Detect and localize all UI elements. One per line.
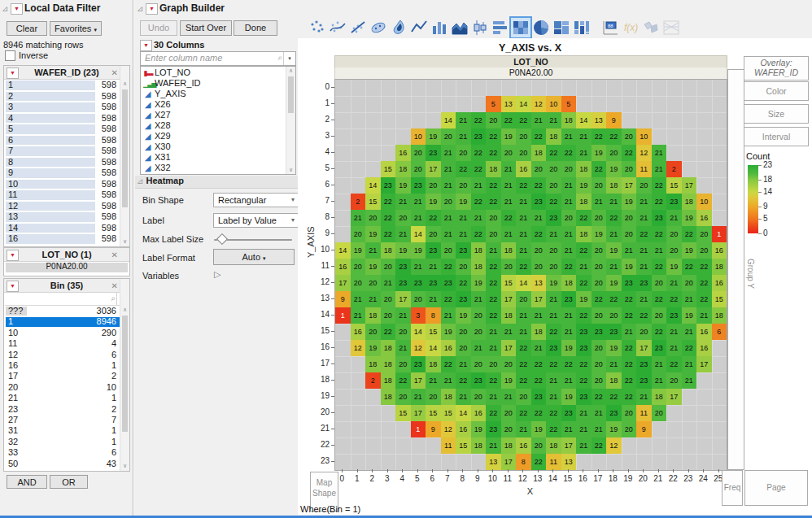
heatmap-cell[interactable]: 22: [652, 194, 667, 210]
scrollbar-thumb[interactable]: [122, 89, 128, 207]
bin-shape-select[interactable]: Rectangular ▾: [213, 193, 299, 207]
heatmap-cell[interactable]: 18: [381, 372, 396, 389]
heatmap-cell[interactable]: 20: [365, 324, 381, 340]
interval-zone[interactable]: Interval: [744, 127, 809, 146]
heatmap-cell[interactable]: 20: [666, 226, 682, 242]
heatmap-cell[interactable]: 22: [486, 372, 501, 389]
freq-zone[interactable]: Freq: [722, 470, 743, 506]
heatmap-cell[interactable]: 1: [411, 421, 426, 437]
size-zone[interactable]: Size: [744, 104, 809, 124]
heatmap-cell[interactable]: 23: [411, 275, 426, 291]
heatmap-cell[interactable]: 2: [666, 161, 682, 177]
heatmap-cell[interactable]: 21: [682, 324, 697, 340]
heatmap-cell[interactable]: 20: [426, 226, 441, 242]
heatmap-cell[interactable]: 23: [576, 389, 592, 405]
heatmap-cell[interactable]: 17: [531, 291, 547, 307]
heatmap-cell[interactable]: 22: [576, 307, 592, 324]
heatmap-cell[interactable]: 20: [441, 242, 456, 259]
heatmap-cell[interactable]: 22: [592, 291, 607, 307]
filter-list-item[interactable]: 6598: [5, 135, 120, 146]
heatmap-cell[interactable]: 20: [592, 307, 607, 324]
heatmap-cell[interactable]: 18: [501, 242, 517, 259]
heatmap-cell[interactable]: 18: [471, 437, 487, 454]
filter-list-item[interactable]: 161: [5, 360, 120, 371]
heatmap-cell[interactable]: 21: [456, 128, 471, 145]
heatmap-cell[interactable]: 18: [365, 356, 381, 372]
line-icon[interactable]: [409, 18, 429, 37]
heatmap-cell[interactable]: 22: [516, 340, 531, 356]
heatmap-cell[interactable]: 11: [636, 161, 652, 177]
heatmap-cell[interactable]: 21: [652, 145, 667, 161]
heatmap-cell[interactable]: 16: [696, 210, 712, 226]
heatmap-cell[interactable]: 21: [426, 259, 441, 275]
column-item-x28[interactable]: ◢X28: [141, 120, 286, 131]
heatmap-cell[interactable]: 21: [561, 372, 577, 389]
heatmap-cell[interactable]: 15: [441, 405, 456, 421]
heatmap-cell[interactable]: 21: [652, 372, 667, 389]
heatmap-cell[interactable]: 21: [696, 307, 712, 324]
heatmap-cell[interactable]: 3: [411, 307, 426, 324]
heatmap-cell[interactable]: 21: [411, 194, 426, 210]
heatmap-cell[interactable]: 21: [426, 372, 441, 389]
heatmap-cell[interactable]: 13: [501, 96, 517, 112]
heatmap-cell[interactable]: 20: [561, 161, 577, 177]
filter-list-item[interactable]: 5043: [5, 459, 120, 469]
heatmap-cell[interactable]: 22: [576, 275, 592, 291]
heatmap-cell[interactable]: 20: [365, 210, 381, 226]
heatmap-cell[interactable]: 21: [666, 275, 682, 291]
heatmap-cell[interactable]: 21: [546, 372, 561, 389]
heatmap-cell[interactable]: 9: [636, 421, 652, 437]
scroll-up-icon[interactable]: ∧: [286, 67, 295, 74]
heatmap-cell[interactable]: 21: [606, 259, 622, 275]
heatmap-cell[interactable]: 19: [606, 275, 622, 291]
heatmap-cell[interactable]: 23: [486, 421, 501, 437]
heatmap-cell[interactable]: 22: [546, 356, 561, 372]
heatmap-cell[interactable]: 19: [561, 389, 577, 405]
heatmap-cell[interactable]: 19: [501, 128, 517, 145]
heatmap-cell[interactable]: 16: [712, 275, 727, 291]
heatmap-cell[interactable]: 22: [561, 356, 577, 372]
heatmap-cell[interactable]: 21: [351, 291, 366, 307]
heatmap-cell[interactable]: 21: [576, 437, 592, 454]
heatmap-cell[interactable]: 13: [486, 454, 501, 470]
heatmap-cell[interactable]: 22: [622, 145, 637, 161]
heatmap-cell[interactable]: 21: [622, 324, 637, 340]
red-triangle-menu-icon[interactable]: ▼: [146, 3, 158, 15]
heatmap-cell[interactable]: 22: [546, 194, 561, 210]
overlay-zone[interactable]: Overlay: WAFER_ID: [744, 56, 809, 81]
heatmap-cell[interactable]: 21: [395, 340, 411, 356]
heatmap-cell[interactable]: 20: [622, 405, 637, 421]
heatmap-cell[interactable]: 20: [606, 145, 622, 161]
filter-list-item[interactable]: 232: [5, 404, 120, 415]
heatmap-cell[interactable]: 16: [335, 259, 351, 275]
heatmap-cell[interactable]: 8: [426, 307, 441, 324]
heatmap-cell[interactable]: 22: [592, 161, 607, 177]
heatmap-cell[interactable]: 20: [652, 405, 667, 421]
heatmap-cell[interactable]: 21: [531, 307, 547, 324]
heatmap-cell[interactable]: 14: [411, 226, 426, 242]
heatmap-cell[interactable]: 20: [411, 145, 426, 161]
heatmap-cell[interactable]: 20: [351, 275, 366, 291]
heatmap-cell[interactable]: 22: [395, 372, 411, 389]
heatmap-cell[interactable]: 23: [592, 324, 607, 340]
parallel-icon[interactable]: [661, 18, 681, 37]
heatmap-cell[interactable]: 5: [561, 96, 577, 112]
heatmap-cell[interactable]: 21: [441, 161, 456, 177]
heatmap-cell[interactable]: 22: [622, 291, 637, 307]
heatmap-section-header[interactable]: ⊿ Heatmap: [135, 176, 298, 189]
heatmap-cell[interactable]: 20: [666, 242, 682, 259]
heatmap-cell[interactable]: 15: [456, 437, 471, 454]
mosaic-icon[interactable]: [572, 18, 592, 37]
heatmap-cell[interactable]: 14: [411, 324, 426, 340]
heatmap-cell[interactable]: 14: [335, 242, 351, 259]
heatmap-cell[interactable]: 22: [682, 259, 697, 275]
heatmap-cell[interactable]: 19: [622, 194, 637, 210]
heatmap-cell[interactable]: 21: [411, 389, 426, 405]
heatmap-cell[interactable]: 15: [666, 177, 682, 194]
heatmap-cell[interactable]: 21: [441, 210, 456, 226]
heatmap-cell[interactable]: 21: [622, 242, 637, 259]
heatmap-cell[interactable]: 22: [606, 291, 622, 307]
heatmap-cell[interactable]: 22: [486, 405, 501, 421]
heatmap-cell[interactable]: 2: [365, 372, 381, 389]
column-item-x32[interactable]: ◢X32: [141, 163, 286, 173]
